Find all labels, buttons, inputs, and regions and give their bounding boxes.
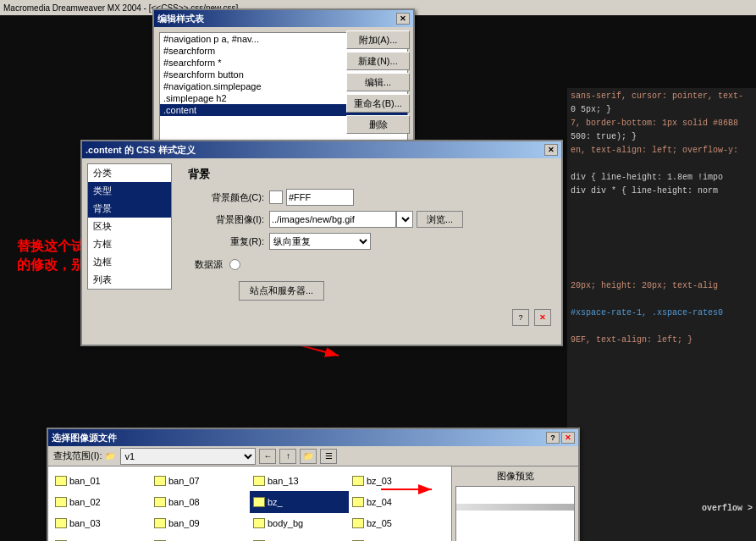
file-bz[interactable]: bz_ bbox=[250, 491, 349, 512]
bg-color-input[interactable] bbox=[286, 189, 354, 206]
folder-icon: 📁 bbox=[105, 451, 115, 461]
data-source-row: 数据源 bbox=[188, 255, 553, 274]
rename-button[interactable]: 重命名(B)... bbox=[346, 94, 410, 113]
right-code-line-8: div div * { line-height: norm bbox=[567, 185, 756, 198]
edit-button[interactable]: 编辑... bbox=[346, 73, 410, 91]
right-code-line-17: #xspace-rate-1, .xspace-rates0 bbox=[567, 306, 756, 320]
overflow-text: overflow > bbox=[698, 502, 753, 516]
sidebar-item-block[interactable]: 区块 bbox=[88, 218, 171, 235]
right-code-line-14 bbox=[567, 266, 756, 279]
view-button[interactable]: ☰ bbox=[320, 449, 337, 464]
file-icon-body-bg bbox=[253, 518, 265, 528]
right-code-line-7: div { line-height: 1.8em !impo bbox=[567, 171, 756, 185]
file-icon-ban13 bbox=[253, 476, 265, 486]
sidebar-item-box[interactable]: 方框 bbox=[88, 235, 171, 253]
sidebar-item-border[interactable]: 边框 bbox=[88, 253, 171, 271]
file-icon-ban01 bbox=[55, 476, 67, 486]
right-code-line-18 bbox=[567, 320, 756, 334]
right-code-line-1: sans-serif, cursor: pointer, text- bbox=[567, 90, 756, 103]
help-icon[interactable]: ? bbox=[546, 432, 560, 444]
css-def-title: .content 的 CSS 样式定义 bbox=[86, 144, 196, 157]
file-ban03[interactable]: ban_03 bbox=[52, 513, 151, 534]
image-dialog-close[interactable]: ✕ bbox=[561, 432, 575, 444]
right-code-line-6 bbox=[567, 157, 756, 171]
css-def-content: 背景 背景颜色(C): 背景图像(I): ▾ 浏览... 重复(R): 纵向 bbox=[185, 163, 556, 304]
browse-button[interactable]: 浏览... bbox=[417, 211, 463, 228]
delete-button[interactable]: 删除 bbox=[346, 115, 410, 134]
file-burblogo[interactable]: burblogo bbox=[250, 534, 349, 541]
right-code-line-16 bbox=[567, 293, 756, 306]
image-select-title-bar: 选择图像源文件 ? ✕ bbox=[48, 429, 578, 446]
bg-image-label: 背景图像(I): bbox=[188, 213, 264, 226]
preview-label: 图像预览 bbox=[455, 470, 575, 483]
bg-color-label: 背景颜色(C): bbox=[188, 191, 264, 204]
new-button[interactable]: 新建(N)... bbox=[346, 52, 410, 70]
file-bz05[interactable]: bz_05 bbox=[349, 513, 448, 534]
color-swatch[interactable] bbox=[269, 190, 283, 204]
file-icon-ban02 bbox=[55, 497, 67, 507]
file-ban10[interactable]: ban_10 bbox=[151, 534, 250, 541]
sidebar-item-type[interactable]: 类型 bbox=[88, 182, 171, 200]
right-code-line-19: 9EF, text-align: left; } bbox=[567, 334, 756, 347]
css-def-dialog: .content 的 CSS 样式定义 ✕ 分类 类型 背景 区块 方框 边框 … bbox=[80, 140, 563, 346]
radio-option-1[interactable] bbox=[229, 259, 243, 270]
file-ban09[interactable]: ban_09 bbox=[151, 513, 250, 534]
file-icon-ban07 bbox=[154, 476, 166, 486]
right-panel: sans-serif, cursor: pointer, text- 0 5px… bbox=[567, 88, 756, 541]
right-code-line-2: 0 5px; } bbox=[567, 103, 756, 117]
right-code-line-13 bbox=[567, 252, 756, 266]
css-def-close-button[interactable]: ✕ bbox=[544, 144, 558, 156]
bg-repeat-label: 重复(R): bbox=[188, 235, 264, 248]
file-bz06[interactable]: bz_06 bbox=[349, 534, 448, 541]
sidebar-item-list[interactable]: 列表 bbox=[88, 271, 171, 289]
file-icon-bz05 bbox=[352, 518, 364, 528]
site-server-area: 站点和服务器... bbox=[188, 281, 553, 301]
right-code-line-5: en, text-align: left; overflow-y: bbox=[567, 144, 756, 157]
bg-image-select[interactable]: ▾ bbox=[396, 211, 413, 228]
right-code-line-12 bbox=[567, 239, 756, 252]
new-folder-button[interactable]: 📁 bbox=[300, 449, 317, 464]
radio-datasource-1[interactable] bbox=[229, 259, 240, 270]
file-bz03[interactable]: bz_03 bbox=[349, 470, 448, 491]
file-ban02[interactable]: ban_02 bbox=[52, 491, 151, 512]
search-range-select[interactable]: v1 bbox=[120, 448, 256, 465]
up-button[interactable]: ↑ bbox=[279, 449, 296, 464]
image-select-dialog: 选择图像源文件 ? ✕ 查找范围(I): 📁 v1 ← ↑ 📁 ☰ ban_01… bbox=[47, 428, 580, 541]
file-bz04[interactable]: bz_04 bbox=[349, 491, 448, 512]
css-def-title-bar: .content 的 CSS 样式定义 ✕ bbox=[82, 141, 561, 158]
file-ban04[interactable]: ban_04 bbox=[52, 534, 151, 541]
file-ban13[interactable]: ban_13 bbox=[250, 470, 349, 491]
css-editor-title-bar: 编辑样式表 ✕ bbox=[154, 10, 413, 27]
preview-image bbox=[456, 504, 574, 511]
file-icon-ban08 bbox=[154, 497, 166, 507]
preview-area bbox=[455, 486, 575, 541]
file-icon-bz03 bbox=[352, 476, 364, 486]
file-body-bg[interactable]: body_bg bbox=[250, 513, 349, 534]
css-editor-close-button[interactable]: ✕ bbox=[396, 13, 410, 25]
help-button[interactable]: ? bbox=[512, 309, 529, 326]
bg-image-input[interactable] bbox=[269, 211, 396, 228]
bg-image-row: 背景图像(I): ▾ 浏览... bbox=[188, 211, 553, 228]
file-ban08[interactable]: ban_08 bbox=[151, 491, 250, 512]
file-icon-bz04 bbox=[352, 497, 364, 507]
file-ban07[interactable]: ban_07 bbox=[151, 470, 250, 491]
bg-repeat-select[interactable]: 纵向重复 bbox=[269, 233, 371, 250]
right-code-line-4: 500: true); } bbox=[567, 130, 756, 144]
right-code-line-10 bbox=[567, 212, 756, 225]
image-content-area: ban_01 ban_07 ban_13 bz_03 ban_02 ban_08… bbox=[48, 466, 578, 541]
sidebar-item-bg[interactable]: 背景 bbox=[88, 200, 171, 218]
css-def-bottom-buttons: ? ✕ bbox=[87, 304, 556, 331]
image-select-title: 选择图像源文件 bbox=[52, 432, 546, 444]
file-ban01[interactable]: ban_01 bbox=[52, 470, 151, 491]
site-server-button[interactable]: 站点和服务器... bbox=[239, 281, 324, 301]
bg-repeat-row: 重复(R): 纵向重复 bbox=[188, 233, 553, 250]
attach-button[interactable]: 附加(A)... bbox=[346, 30, 410, 49]
back-button[interactable]: ← bbox=[259, 449, 276, 464]
css-editor-title: 编辑样式表 bbox=[157, 13, 204, 25]
image-preview-panel: 图像预览 790 x 50 GIF, 1 K / 1 bbox=[451, 466, 578, 541]
right-code-line-11 bbox=[567, 225, 756, 239]
sidebar-item-category[interactable]: 分类 bbox=[88, 164, 171, 182]
close-x-button[interactable]: ✕ bbox=[534, 309, 551, 326]
image-file-grid[interactable]: ban_01 ban_07 ban_13 bz_03 ban_02 ban_08… bbox=[48, 466, 451, 541]
right-code-line-9 bbox=[567, 198, 756, 212]
